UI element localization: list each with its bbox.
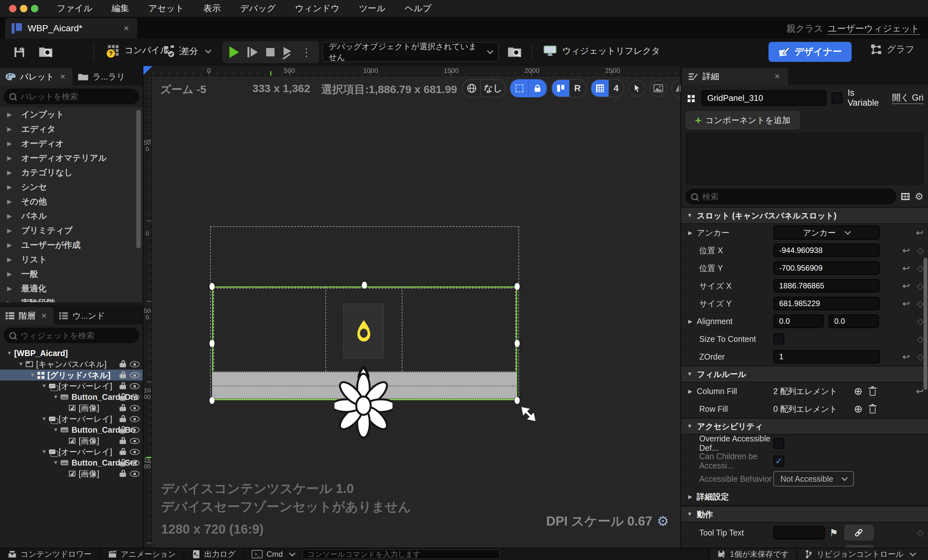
expand-arrow-icon[interactable]: ▼ — [16, 361, 26, 367]
grid-snap-size[interactable]: 4 — [609, 80, 624, 97]
bind-diamond-icon[interactable]: ◇ — [917, 316, 923, 327]
override-accessible-checkbox[interactable]: ✓ — [773, 438, 784, 449]
lock-icon[interactable] — [119, 451, 126, 455]
lock-icon[interactable] — [119, 363, 126, 367]
content-drawer-button[interactable]: コンテンツドロワー — [0, 548, 99, 560]
alignment-x-input[interactable] — [778, 316, 819, 326]
expand-arrow-icon[interactable]: ▼ — [5, 350, 14, 356]
tab-hierarchy[interactable]: 階層 × — [0, 307, 53, 325]
accessible-behavior-dropdown[interactable]: Not Accessible — [773, 471, 854, 487]
respect-locks-toggle[interactable]: R — [569, 80, 586, 97]
diff-button[interactable]: 差分 — [163, 44, 211, 58]
palette-category[interactable]: ▶オーディオマテリアル — [0, 151, 143, 165]
tree-row-overlay[interactable]: ▼[オーバーレイ] — [0, 414, 143, 424]
advanced-settings-row[interactable]: ▶詳細設定 — [681, 488, 928, 506]
tab-library[interactable]: ラ...ラリ — [72, 68, 130, 85]
widget-name-input[interactable] — [702, 90, 826, 106]
minimize-window-button[interactable] — [20, 5, 27, 12]
palette-category[interactable]: ▶オーディオ — [0, 136, 143, 151]
menu-file[interactable]: ファイル — [57, 3, 93, 14]
palette-scrollbar[interactable] — [136, 110, 141, 249]
tree-row-image[interactable]: [画像] — [0, 403, 143, 414]
bind-diamond-icon[interactable]: ◇ — [917, 246, 923, 255]
expand-arrow-icon[interactable]: ▶ — [688, 318, 692, 325]
resize-handle[interactable] — [209, 397, 215, 404]
reset-icon[interactable]: ↩ — [902, 245, 910, 256]
graph-tab-button[interactable]: グラフ — [870, 43, 914, 55]
designer-tab-button[interactable]: デザイナー — [768, 42, 852, 62]
animation-button[interactable]: アニメーション — [100, 548, 184, 560]
selection-lock-toggle[interactable] — [510, 79, 547, 97]
bind-button[interactable] — [845, 545, 874, 548]
menu-window[interactable]: ウィンドウ — [295, 3, 340, 14]
expand-arrow-icon[interactable]: ▶ — [688, 494, 692, 500]
cmd-dropdown[interactable]: >_ Cmd — [244, 548, 302, 560]
card-image-widget[interactable] — [343, 304, 384, 359]
palette-category[interactable]: ▶一般 — [0, 267, 143, 281]
eye-icon[interactable] — [130, 394, 139, 400]
bind-diamond-icon[interactable]: ◇ — [917, 263, 923, 273]
localization-toggle[interactable]: なし — [462, 79, 505, 97]
resize-handle[interactable] — [514, 340, 520, 347]
details-search-input[interactable] — [702, 192, 891, 202]
reset-icon[interactable]: ↩ — [902, 281, 910, 291]
add-element-icon[interactable]: ⊕ — [854, 386, 862, 396]
close-palette-icon[interactable]: × — [58, 72, 67, 82]
palette-category[interactable]: ▶エディタ — [0, 122, 143, 136]
close-hierarchy-icon[interactable]: × — [39, 311, 48, 321]
trash-icon[interactable] — [870, 407, 876, 414]
tree-row-button-card[interactable]: ▼Button_Card_Bo — [0, 424, 143, 435]
eye-icon[interactable] — [130, 405, 139, 411]
expand-arrow-icon[interactable]: ▶ — [688, 388, 692, 394]
alignment-y-input[interactable] — [833, 316, 874, 326]
tab-palette[interactable]: パレット × — [0, 68, 72, 85]
section-fill-rules[interactable]: ▼フィルルール — [681, 366, 928, 383]
anchor-medallion-icon[interactable] — [334, 366, 392, 440]
tree-row-overlay[interactable]: ▼[オーバーレイ] — [0, 446, 143, 457]
property-matrix-icon[interactable] — [901, 193, 910, 200]
close-details-icon[interactable]: × — [773, 71, 782, 81]
lock-icon[interactable] — [119, 462, 126, 466]
open-parent-link[interactable]: 開く Gri — [892, 92, 923, 104]
tree-row-button-card[interactable]: ▼Button_Card_Set — [0, 457, 143, 468]
hierarchy-search-input[interactable] — [20, 331, 133, 340]
settings-gear-icon[interactable]: ⚙ — [915, 192, 923, 201]
resize-handle[interactable] — [209, 283, 215, 290]
lock-icon[interactable] — [119, 418, 126, 422]
bind-diamond-icon[interactable]: ◇ — [917, 528, 923, 538]
eye-icon[interactable] — [130, 471, 139, 477]
step-forward-icon[interactable] — [247, 47, 258, 57]
flip-preview-button[interactable] — [671, 80, 681, 97]
palette-category[interactable]: ▶インプット — [0, 107, 143, 122]
bind-diamond-icon[interactable]: ◇ — [917, 299, 923, 309]
dashed-outline-icon[interactable] — [511, 80, 528, 97]
revision-control-dropdown[interactable]: リビジョンコントロール — [797, 548, 928, 560]
position-y-input[interactable] — [778, 263, 875, 273]
expand-arrow-icon[interactable]: ▼ — [51, 427, 61, 433]
eye-icon[interactable] — [130, 383, 139, 389]
console-command-input[interactable] — [302, 549, 500, 559]
browse-debug-icon[interactable] — [508, 46, 522, 58]
preview-background-button[interactable] — [650, 80, 667, 97]
maximize-window-button[interactable] — [31, 5, 38, 12]
bind-diamond-icon[interactable]: ◇ — [917, 352, 923, 362]
is-variable-checkbox[interactable]: ✓ — [832, 93, 843, 104]
grid-icon[interactable] — [591, 80, 609, 97]
resize-handle[interactable] — [514, 283, 520, 290]
grid-snap-toggle[interactable]: 4 — [591, 79, 624, 97]
expand-arrow-icon[interactable]: ▶ — [688, 230, 692, 236]
tree-row-image[interactable]: [画像] — [0, 468, 143, 479]
tab-wbp-aicard[interactable]: WBP_Aicard* × — [5, 18, 137, 39]
tree-row-button-card[interactable]: ▼Button_Card_Dra — [0, 392, 143, 403]
palette-category[interactable]: ▶その他 — [0, 194, 143, 209]
details-scrollbar[interactable] — [923, 258, 927, 390]
eye-icon[interactable] — [130, 372, 139, 378]
resize-handle[interactable] — [514, 397, 520, 404]
resize-handle[interactable] — [362, 282, 367, 289]
lock-icon[interactable] — [119, 473, 126, 477]
section-accessibility[interactable]: ▼アクセシビリティ — [681, 418, 928, 435]
advance-icon[interactable] — [283, 47, 293, 57]
trash-icon[interactable] — [870, 389, 876, 396]
expand-arrow-icon[interactable]: ▼ — [51, 394, 61, 400]
zorder-input[interactable] — [778, 352, 875, 362]
